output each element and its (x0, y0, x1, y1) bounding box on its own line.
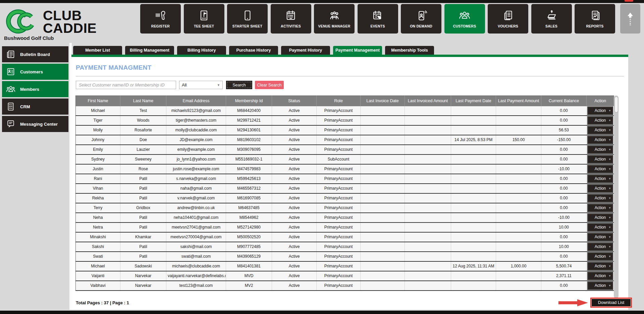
row-action-button[interactable]: Action▼ (587, 194, 613, 202)
row-action-button[interactable]: Action▼ (587, 233, 613, 241)
cell-membership-id: M684420400 (226, 106, 272, 116)
cell-last-invoice-date (361, 174, 405, 184)
cell-current-balance: 0.00 (541, 281, 587, 291)
tab-billing-history[interactable]: Billing History (177, 46, 226, 55)
cell-action: Action▼ (587, 213, 614, 223)
nav-button-activities[interactable]: ACTIVITIES (271, 4, 311, 34)
row-action-button[interactable]: Action▼ (587, 184, 613, 193)
row-action-button[interactable]: Action▼ (587, 252, 613, 261)
action-button-label: Action (595, 196, 606, 200)
cell-current-balance: 0.00 (541, 184, 587, 193)
cell-last-payment-date (451, 184, 496, 193)
chevron-down-icon: ▼ (608, 197, 611, 200)
cell-status: Active (272, 232, 317, 242)
column-header-status: Status (272, 96, 317, 106)
nav-button-starter-sheet[interactable]: STARTER SHEET (227, 4, 268, 34)
table-scrollbar[interactable] (614, 96, 619, 298)
barcode-scanner-icon (155, 9, 167, 21)
cell-email-address: JD@example.com (166, 135, 226, 145)
row-action-button[interactable]: Action▼ (587, 136, 613, 144)
search-input[interactable] (76, 81, 176, 89)
cell-action: Action▼ (587, 184, 614, 193)
row-action-button[interactable]: Action▼ (587, 165, 613, 173)
tab-billing-management[interactable]: Billing Management (125, 46, 174, 55)
tab-member-list[interactable]: Member List (73, 46, 122, 55)
cell-last-invoice-date (361, 261, 405, 271)
sidebar-item-bulletin-board[interactable]: Bulletin Board (2, 46, 68, 62)
nav-button-label: SALES (545, 24, 557, 28)
row-action-button[interactable]: Action▼ (587, 272, 613, 280)
nav-button-customers[interactable]: CUSTOMERS (444, 4, 485, 34)
column-header-membership-id: Membership Id (226, 96, 272, 106)
cell-last-invoiced-amount (405, 252, 451, 261)
cell-current-balance: 0.00 (541, 252, 587, 261)
tab-purchase-history[interactable]: Purchase History (229, 46, 278, 55)
cell-last-invoice-date (361, 154, 405, 164)
tab-payment-management[interactable]: Payment Management (333, 46, 382, 55)
cell-role: PrimaryAccount (317, 193, 361, 203)
table-row: NehaPatilneha104401@gmail.comM8544962Act… (76, 213, 614, 223)
row-action-button[interactable]: Action▼ (587, 116, 613, 125)
cell-action: Action▼ (587, 261, 614, 271)
nav-button-label: ACTIVITIES (281, 24, 301, 28)
cell-last-invoice-date (361, 242, 405, 252)
cell-last-invoice-date (361, 223, 405, 232)
table-row: JohnnyDoeJD@example.comM819603102ActiveP… (76, 135, 614, 145)
cell-first-name: Swati (76, 252, 120, 261)
download-list-button[interactable]: Download List (592, 299, 631, 306)
nav-button-reports[interactable]: REPORTS (575, 4, 615, 34)
nav-button-vouchers[interactable]: VOUCHERS (488, 4, 528, 34)
sidebar-item-members[interactable]: Members (2, 81, 68, 97)
cell-last-invoiced-amount (405, 271, 451, 281)
nav-button-tee-sheet[interactable]: TEE SHEET (184, 4, 224, 34)
cell-email-address: naha@gmail.com (166, 184, 226, 193)
row-action-button[interactable]: Action▼ (587, 155, 613, 164)
nav-button-events[interactable]: EVENTS (358, 4, 398, 34)
action-button-label: Action (595, 264, 606, 268)
row-action-button[interactable]: Action▼ (587, 223, 613, 232)
sidebar-item-crm[interactable]: CRM (2, 99, 68, 115)
table-scrollbar-thumb[interactable] (614, 97, 618, 113)
search-button[interactable]: Search (226, 81, 252, 89)
nav-button-on-demand[interactable]: ON DEMAND (401, 4, 441, 34)
sidebar-item-customers[interactable]: Customers (2, 64, 68, 80)
nav-button-venue-manager[interactable]: VENUE MANAGER (314, 4, 355, 34)
tab-underline (71, 55, 628, 57)
nav-button-register[interactable]: REGISTER (140, 4, 181, 34)
row-action-button[interactable]: Action▼ (587, 213, 613, 222)
tab-payment-history[interactable]: Payment History (281, 46, 330, 55)
cell-action: Action▼ (587, 271, 614, 281)
cell-action: Action▼ (587, 193, 614, 203)
column-header-action: Action (587, 96, 614, 106)
cell-status: Active (272, 106, 317, 116)
cell-last-invoice-date (361, 271, 405, 281)
cell-membership-id: M527142980 (226, 223, 272, 232)
cell-last-invoiced-amount (405, 213, 451, 223)
clear-search-button[interactable]: Clear Search (255, 81, 284, 89)
brand-wordmark: CLUB CADDIE (43, 9, 97, 35)
cell-last-name: Lauzier (120, 145, 166, 154)
filter-dropdown[interactable]: All ▼ (179, 81, 223, 89)
cell-first-name: Michael (76, 261, 120, 271)
scroll-top-button[interactable] (620, 4, 640, 34)
chevron-down-icon: ▼ (608, 168, 611, 171)
row-action-button[interactable]: Action▼ (587, 126, 613, 134)
crm-doc-icon (6, 102, 16, 112)
cell-last-name: Rosaforte (120, 125, 166, 135)
row-action-button[interactable]: Action▼ (587, 281, 613, 290)
cell-last-payment-amount (496, 164, 541, 174)
row-action-button[interactable]: Action▼ (587, 262, 613, 270)
row-action-button[interactable]: Action▼ (587, 145, 613, 154)
cell-role: PrimaryAccount (317, 174, 361, 184)
sidebar-item-messaging-center[interactable]: Messaging Center (2, 116, 68, 132)
cell-last-name: Patil (120, 174, 166, 184)
tab-membership-tools[interactable]: Membership Tools (385, 46, 434, 55)
row-action-button[interactable]: Action▼ (587, 204, 613, 212)
table-row: TerryGridboxandrew@tinbin.co.ukM64637485… (76, 203, 614, 213)
row-action-button[interactable]: Action▼ (587, 243, 613, 251)
nav-button-sales[interactable]: SALES (531, 4, 572, 34)
cell-last-payment-date (451, 232, 496, 242)
row-action-button[interactable]: Action▼ (587, 107, 613, 115)
table-row: VihanPatilnaha@gmail.comM465567312Active… (76, 184, 614, 193)
row-action-button[interactable]: Action▼ (587, 175, 613, 183)
